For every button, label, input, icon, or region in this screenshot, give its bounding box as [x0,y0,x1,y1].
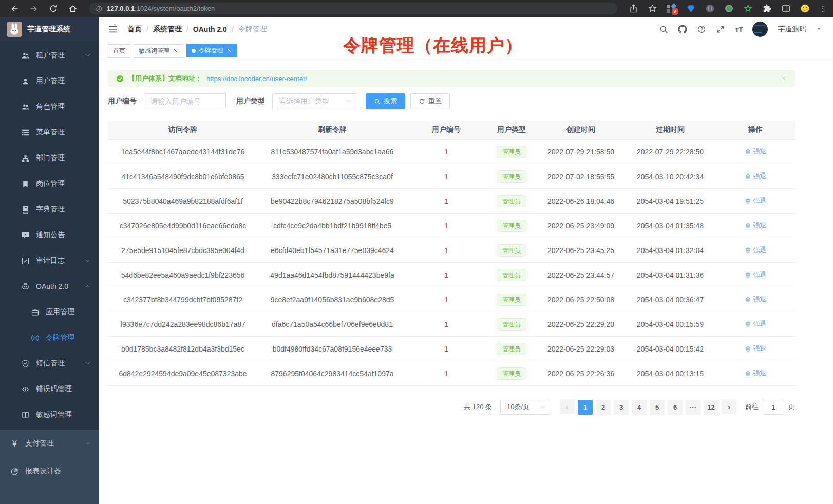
page-number-button[interactable]: 4 [632,400,647,415]
created-time-cell: 2022-06-25 22:29:20 [537,320,624,328]
fullscreen-icon[interactable] [716,25,725,34]
browser-menu-icon[interactable]: ⋮ [819,4,827,13]
page-number-button[interactable]: 3 [614,400,629,415]
caret-down-icon[interactable] [816,26,822,32]
sidebar-item-label: 令牌管理 [46,333,74,342]
browser-forward-icon[interactable] [29,4,39,13]
force-logout-button[interactable]: 强退 [745,147,767,156]
page-number-button[interactable]: 2 [596,400,611,415]
force-logout-button[interactable]: 强退 [745,196,767,205]
star-extension-icon[interactable] [743,4,753,13]
alert-text: 【用户体系】文档地址： [128,74,202,83]
goto-page-input[interactable] [763,400,784,415]
help-icon[interactable] [697,25,706,34]
view-tab[interactable]: 首页 [108,44,130,58]
sidebar-item[interactable]: 通知公告 [0,222,99,248]
sidebar-item[interactable]: 短信管理 [0,351,99,376]
sidebar-item[interactable]: 岗位管理 [0,171,99,197]
alert-close-icon[interactable] [781,75,787,82]
reset-button[interactable]: 重置 [410,93,450,109]
trash-icon [745,173,751,180]
user-type-tag: 管理员 [497,146,526,158]
close-icon[interactable] [173,48,178,53]
url-text: 127.0.0.1:1024/system/oauth2/token [107,5,215,12]
page-number-button[interactable]: 1 [578,400,593,415]
sidebar-item[interactable]: 字典管理 [0,197,99,222]
breadcrumb-item[interactable]: 系统管理 [153,25,182,34]
created-time-cell: 2022-07-29 21:58:50 [537,148,624,156]
force-logout-label: 强退 [753,245,767,255]
doc-link[interactable]: https://doc.iocoder.cn/user-center/ [206,75,307,83]
sidebar-fold-icon[interactable] [108,24,118,34]
force-logout-button[interactable]: 强退 [745,245,767,255]
column-header: 过期时间 [624,125,716,134]
chevron-down-icon [85,360,91,366]
view-tab[interactable]: 敏感词管理 [134,44,183,58]
app-logo[interactable]: 芋道管理系统 [0,17,99,41]
view-tab[interactable]: 令牌管理 [186,44,237,57]
page-number-button[interactable]: 12 [704,400,718,415]
search-icon[interactable] [659,25,668,34]
sidebar-item[interactable]: 部门管理 [0,145,99,171]
gem-extension-icon[interactable] [686,4,696,13]
extension-cluster-icon[interactable]: 9 [667,4,677,14]
share-icon[interactable] [629,4,638,13]
search-button[interactable]: 搜索 [366,93,405,109]
browser-reload-icon[interactable] [49,4,58,13]
user-id-input[interactable] [144,93,226,109]
sidebar-item[interactable]: 敏感词管理 [0,402,99,428]
sidebar-item[interactable]: 审计日志 [0,248,99,274]
sidebar-item[interactable]: 报表设计器 [0,457,99,485]
prev-page-button[interactable]: ‹ [560,399,575,414]
table-body: 1ea5e44f8bc1467aaede43144f31de76811c5304… [108,140,795,386]
browser-back-icon[interactable] [10,4,19,13]
force-logout-label: 强退 [753,369,767,378]
page-number-button[interactable]: 6 [668,400,683,415]
force-logout-button[interactable]: 强退 [745,221,767,230]
chevron-down-icon [85,440,91,447]
site-info-icon[interactable] [96,5,103,12]
circle-extension-icon[interactable] [705,4,715,13]
sidebar-item[interactable]: 错误码管理 [0,376,99,402]
access-token-cell: c342377bf8b344799dcbf7bf095287f2 [108,296,258,304]
breadcrumb-item[interactable]: 首页 [127,25,142,34]
extensions-puzzle-icon[interactable] [762,4,772,13]
sidebar-item[interactable]: 用户管理 [0,68,99,94]
expire-time-cell: 2054-03-04 19:51:25 [624,197,716,205]
profile-avatar-icon[interactable] [800,4,810,13]
user-icon [21,77,30,86]
close-icon[interactable] [227,48,232,53]
screen: 127.0.0.1:1024/system/oauth2/token 9 ⋮ 芋… [0,0,833,504]
font-size-icon[interactable]: тT [735,25,743,33]
sidebar-item[interactable]: 租户管理 [0,43,99,68]
sidebar-item[interactable]: ¥支付管理 [0,430,99,457]
user-type-select[interactable]: 请选择用户类型 [272,93,357,109]
sidebar-item[interactable]: OAuth 2.0 [0,274,99,299]
table-row: 1ea5e44f8bc1467aaede43144f31de76811c5304… [108,140,795,164]
user-avatar[interactable] [752,22,768,37]
sidebar-item[interactable]: 菜单管理 [0,120,99,145]
breadcrumb-item[interactable]: OAuth 2.0 [193,25,227,33]
force-logout-button[interactable]: 强退 [745,344,767,353]
more-pages-button[interactable]: ··· [686,400,701,415]
github-icon[interactable] [678,25,687,34]
page-size-select[interactable]: 10条/页 [500,400,550,415]
address-bar[interactable]: 127.0.0.1:1024/system/oauth2/token [89,3,617,14]
sidebar-item[interactable]: 应用管理 [0,299,99,325]
next-page-button[interactable]: › [722,399,736,414]
browser-home-icon[interactable] [68,4,78,13]
force-logout-button[interactable]: 强退 [745,369,767,378]
force-logout-button[interactable]: 强退 [745,171,767,181]
column-header: 创建时间 [537,125,624,134]
force-logout-button[interactable]: 强退 [745,270,767,279]
page-number-button[interactable]: 5 [650,400,665,415]
sidebar-item[interactable]: 令牌管理 [0,325,99,351]
sidebar-item[interactable]: 角色管理 [0,94,99,120]
bookmark-star-icon[interactable] [648,4,657,13]
force-logout-button[interactable]: 强退 [745,319,767,328]
side-panel-icon[interactable] [781,4,791,13]
success-check-icon [116,75,124,83]
trash-icon [745,272,751,278]
force-logout-button[interactable]: 强退 [745,295,767,304]
record-extension-icon[interactable] [724,4,734,13]
